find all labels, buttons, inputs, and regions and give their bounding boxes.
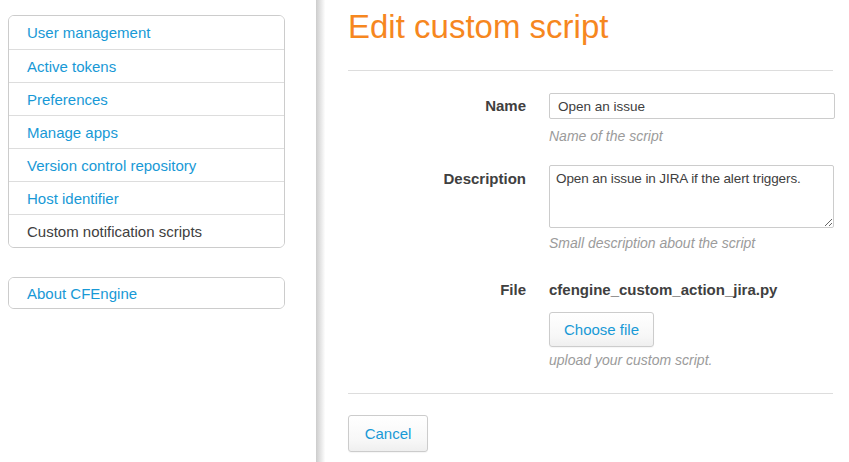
cancel-button[interactable]: Cancel xyxy=(348,415,428,452)
name-input[interactable] xyxy=(549,93,835,119)
footer-divider xyxy=(348,393,833,394)
title-divider xyxy=(348,70,833,71)
page-title: Edit custom script xyxy=(348,8,608,46)
choose-file-button[interactable]: Choose file xyxy=(549,312,654,347)
sidebar-item-preferences[interactable]: Preferences xyxy=(9,82,284,115)
panel-shadow-divider xyxy=(316,0,327,462)
description-label: Description xyxy=(348,170,526,187)
sidebar-item-host-identifier[interactable]: Host identifier xyxy=(9,181,284,214)
file-name-text: cfengine_custom_action_jira.py xyxy=(549,281,777,298)
file-label: File xyxy=(348,281,526,298)
sidebar-item-user-management[interactable]: User management xyxy=(9,16,284,49)
settings-page: User management Active tokens Preference… xyxy=(0,0,849,462)
sidebar-item-custom-notification-scripts[interactable]: Custom notification scripts xyxy=(9,214,284,247)
description-help-text: Small description about the script xyxy=(549,235,755,251)
settings-nav: User management Active tokens Preference… xyxy=(8,15,285,248)
about-nav: About CFEngine xyxy=(8,277,285,309)
file-help-text: upload your custom script. xyxy=(549,352,712,368)
sidebar-item-active-tokens[interactable]: Active tokens xyxy=(9,49,284,82)
sidebar-item-about-cfengine[interactable]: About CFEngine xyxy=(9,278,284,308)
name-label: Name xyxy=(348,97,526,114)
name-help-text: Name of the script xyxy=(549,128,663,144)
sidebar-item-manage-apps[interactable]: Manage apps xyxy=(9,115,284,148)
description-textarea[interactable]: Open an issue in JIRA if the alert trigg… xyxy=(549,165,834,228)
sidebar-item-version-control-repository[interactable]: Version control repository xyxy=(9,148,284,181)
